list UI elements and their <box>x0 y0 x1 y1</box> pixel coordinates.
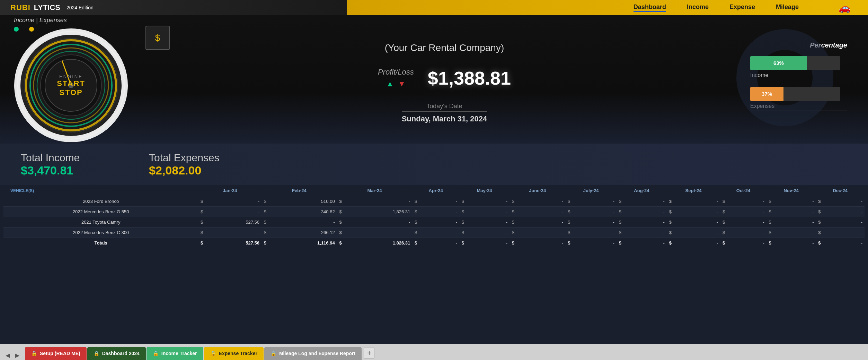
dollar-cell: $ <box>510 217 515 228</box>
income-pct-group: 63% Income <box>750 56 847 80</box>
total-expenses-value: $2,082.00 <box>149 164 219 177</box>
dollar-cell: $ <box>337 228 343 238</box>
value-cell: 340.82 <box>267 207 337 217</box>
tab-prev-btn[interactable]: ◀ <box>3 351 12 360</box>
nav-income[interactable]: Income <box>687 3 709 12</box>
dashboard-lock-icon: 🔒 <box>94 351 99 356</box>
mileage-lock-icon: 🔒 <box>271 351 276 356</box>
dollar-cell: $ <box>767 217 772 228</box>
value-cell: - <box>418 196 459 207</box>
dollar-cell: $ <box>412 238 418 248</box>
vehicle-cell: 2021 Toyota Camry <box>3 217 198 228</box>
table-section: VEHICLE(S) Jan-24 Feb-24 Mar-24 Apr-24 M… <box>0 185 868 248</box>
dollar-cell: $ <box>262 217 267 228</box>
dollar-cell: $ <box>720 238 726 248</box>
dollar-cell: $ <box>720 228 726 238</box>
dollar-cell: $ <box>617 196 622 207</box>
tab-dashboard[interactable]: 🔒 Dashboard 2024 <box>87 347 146 360</box>
dollar-cell: $ <box>565 207 571 217</box>
income-pct-bar-container: 63% <box>750 56 840 70</box>
brand-edition: 2024 Edition <box>67 5 94 10</box>
tab-next-btn[interactable]: ▶ <box>13 351 21 360</box>
dollar-cell: $ <box>565 228 571 238</box>
brand-lytics: LYTICS <box>34 3 60 12</box>
col-may: May-24 <box>459 185 510 196</box>
total-value-cell: - <box>821 238 865 248</box>
value-cell: 510.00 <box>267 196 337 207</box>
col-apr: Apr-24 <box>412 185 459 196</box>
dollar-cell: $ <box>667 217 672 228</box>
col-jul: July-24 <box>565 185 616 196</box>
table-row: 2022 Mercedes-Benz G 550$-$340.82$1,826.… <box>3 207 865 217</box>
col-aug: Aug-24 <box>617 185 667 196</box>
dollar-cell: $ <box>198 238 204 248</box>
col-jan: Jan-24 <box>198 185 262 196</box>
tab-income[interactable]: 🔒 Income Tracker <box>147 347 203 360</box>
value-cell: - <box>515 207 565 217</box>
tab-nav-arrows: ◀ ▶ <box>3 351 21 360</box>
col-mar: Mar-24 <box>337 185 413 196</box>
profit-value: $1,388.81 <box>428 67 511 89</box>
speedometer[interactable]: ENGINE START STOP <box>14 28 128 143</box>
value-cell: - <box>204 196 262 207</box>
dollar-cell: $ <box>816 228 821 238</box>
col-sep: Sept-24 <box>667 185 720 196</box>
value-cell: - <box>726 228 766 238</box>
table-row: 2022 Mercedes-Benz C 300$-$266.12$-$-$-$… <box>3 228 865 238</box>
bottom-tabs: ◀ ▶ 🔒 Setup (READ ME) 🔒 Dashboard 2024 🔒… <box>0 344 868 360</box>
value-cell: - <box>204 228 262 238</box>
expenses-pct-group: 37% Expenses <box>750 87 847 111</box>
dollar-cell: $ <box>459 217 465 228</box>
dollar-cell: $ <box>667 207 672 217</box>
total-value-cell: - <box>726 238 766 248</box>
totals-label: Totals <box>3 238 198 248</box>
total-value-cell: - <box>772 238 816 248</box>
tab-setup[interactable]: 🔒 Setup (READ ME) <box>25 347 87 360</box>
dollar-cell: $ <box>565 238 571 248</box>
nav-dashboard[interactable]: Dashboard <box>634 3 666 12</box>
engine-label: ENGINE <box>57 74 85 79</box>
value-cell: - <box>343 228 413 238</box>
dollar-cell: $ <box>412 217 418 228</box>
total-value-cell: - <box>622 238 667 248</box>
dollar-cell: $ <box>565 217 571 228</box>
company-name: (Your Car Rental Company) <box>385 42 504 53</box>
col-oct: Oct-24 <box>720 185 766 196</box>
value-cell: - <box>622 217 667 228</box>
dollar-cell: $ <box>459 207 465 217</box>
tab-mileage[interactable]: 🔒 Mileage Log and Expense Report <box>264 347 362 360</box>
value-cell: - <box>465 217 510 228</box>
date-section: Today's Date Sunday, March 31, 2024 <box>402 103 487 123</box>
table-row: 2021 Toyota Camry$527.56$-$-$-$-$-$-$-$-… <box>3 217 865 228</box>
engine-text[interactable]: ENGINE START STOP <box>57 74 85 97</box>
total-income-value: $3,470.81 <box>21 164 80 177</box>
income-table: VEHICLE(S) Jan-24 Feb-24 Mar-24 Apr-24 M… <box>3 185 865 248</box>
dollar-cell: $ <box>767 238 772 248</box>
total-expenses-title: Total Expenses <box>149 152 219 164</box>
nav-expense[interactable]: Expense <box>729 3 755 12</box>
value-cell: - <box>418 207 459 217</box>
dollar-cell: $ <box>617 228 622 238</box>
value-cell: - <box>726 217 766 228</box>
percentage-title: Percentage <box>750 41 847 49</box>
value-cell: - <box>465 207 510 217</box>
tab-add-btn[interactable]: + <box>364 348 375 359</box>
dollar-cell: $ <box>412 196 418 207</box>
dollar-icon-box[interactable]: $ <box>145 26 170 50</box>
col-dec: Dec-24 <box>816 185 865 196</box>
dollar-cell: $ <box>667 238 672 248</box>
tab-dashboard-label: Dashboard 2024 <box>102 351 140 356</box>
tab-expense[interactable]: 🔒 Expense Tracker <box>204 347 264 360</box>
nav-mileage[interactable]: Mileage <box>776 3 799 12</box>
dollar-cell: $ <box>262 196 267 207</box>
value-cell: - <box>772 196 816 207</box>
dollar-cell: $ <box>198 207 204 217</box>
dollar-cell: $ <box>337 217 343 228</box>
dollar-cell: $ <box>510 228 515 238</box>
total-value-cell: - <box>465 238 510 248</box>
value-cell: - <box>343 217 413 228</box>
dollar-cell: $ <box>767 228 772 238</box>
value-cell: - <box>465 228 510 238</box>
arrows-row: ▲ ▼ <box>386 79 406 88</box>
col-feb: Feb-24 <box>262 185 337 196</box>
